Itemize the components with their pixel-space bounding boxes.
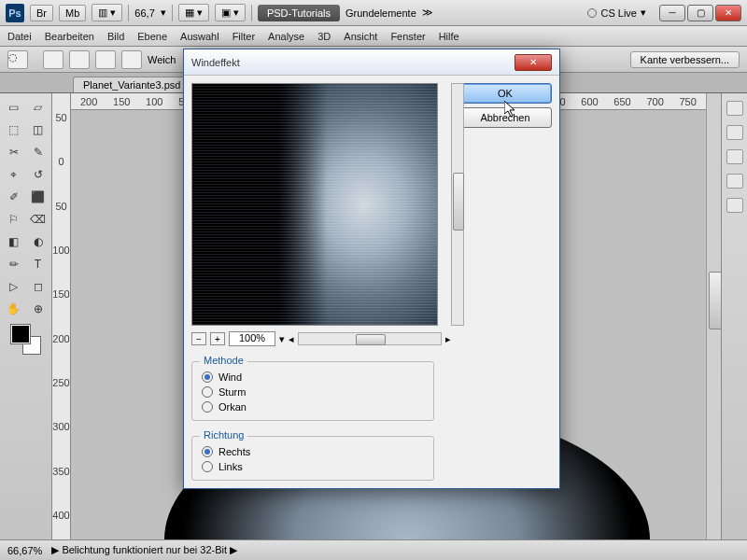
minimize-button[interactable]: ─	[659, 5, 685, 21]
selection-intersect[interactable]	[121, 50, 142, 69]
menu-ansicht[interactable]: Ansicht	[344, 31, 377, 42]
tool-shape[interactable]: ◻	[27, 276, 49, 297]
canvas-scrollbar-vertical[interactable]	[706, 93, 721, 539]
panel-icon-5[interactable]	[726, 198, 743, 213]
tool-eyedropper[interactable]: ✎	[27, 142, 49, 162]
menu-auswahl[interactable]: Auswahl	[180, 31, 219, 42]
status-zoom[interactable]: 66,67%	[7, 545, 42, 556]
cs-live-icon	[587, 8, 597, 18]
zoom-in-button[interactable]: +	[210, 332, 225, 345]
minibridge-button[interactable]: Mb	[59, 5, 86, 21]
tool-gradient[interactable]: ⌫	[27, 209, 49, 230]
menu-datei[interactable]: Datei	[7, 31, 32, 42]
tools-panel: ▭ ▱ ⬚ ◫ ✂ ✎ ⌖ ↺ ✐ ⬛ ⚐ ⌫ ◧ ◐ ✏ T ▷ ◻ ✋ ⊕	[0, 93, 52, 539]
status-message: ▶ Belichtung funktioniert nur bei 32-Bit…	[51, 544, 237, 556]
tool-hand[interactable]: ✋	[3, 299, 25, 319]
tool-eraser[interactable]: ⚐	[3, 209, 25, 230]
panel-icon-1[interactable]	[726, 101, 743, 116]
menu-hilfe[interactable]: Hilfe	[439, 31, 459, 42]
foreground-color[interactable]	[11, 325, 30, 343]
tool-crop[interactable]: ✂	[3, 142, 25, 162]
radio-sturm[interactable]: Sturm	[202, 385, 424, 399]
radio-icon	[202, 446, 213, 457]
workspace-tab-grundelemente[interactable]: Grundelemente	[345, 7, 416, 19]
tool-stamp[interactable]: ✐	[3, 187, 25, 207]
refine-edge-button[interactable]: Kante verbessern...	[630, 51, 740, 68]
panel-icon-4[interactable]	[726, 174, 743, 189]
menu-bearbeiten[interactable]: Bearbeiten	[45, 31, 94, 42]
direction-group: Richtung Rechts Links	[191, 436, 434, 481]
zoom-out-button[interactable]: −	[191, 332, 206, 345]
bridge-button[interactable]: Br	[30, 5, 53, 21]
separator	[172, 5, 173, 21]
cursor-icon	[504, 101, 517, 118]
selection-subtract[interactable]	[95, 50, 116, 69]
tool-pen[interactable]: ✏	[3, 254, 25, 274]
layout-dropdown[interactable]: ▥ ▾	[92, 4, 122, 21]
feather-label: Weich	[148, 54, 176, 65]
menu-ebene[interactable]: Ebene	[137, 31, 167, 42]
dialog-titlebar[interactable]: Windeffekt ✕	[184, 49, 559, 76]
radio-rechts[interactable]: Rechts	[202, 444, 424, 459]
close-button[interactable]: ✕	[715, 5, 741, 21]
radio-icon	[202, 386, 213, 398]
radio-icon	[202, 371, 213, 383]
separator	[128, 5, 129, 21]
app-bar: Ps Br Mb ▥ ▾ 66,7▾ ▦ ▾ ▣ ▾ PSD-Tutorials…	[0, 0, 747, 26]
menu-bild[interactable]: Bild	[107, 31, 124, 42]
selection-add[interactable]	[69, 50, 90, 69]
window-controls: ─ ▢ ✕	[659, 5, 741, 21]
radio-icon	[202, 401, 213, 413]
menu-filter[interactable]: Filter	[233, 31, 255, 42]
color-swatches[interactable]	[11, 325, 41, 355]
dialog-body: − + 100% ▾ ◂ ▸ Methode Wind Sturm Orkan …	[184, 76, 559, 488]
tool-zoom[interactable]: ⊕	[27, 299, 49, 319]
arrange-button[interactable]: ▦ ▾	[178, 4, 209, 21]
preview-streaks	[192, 84, 437, 325]
menu-3d[interactable]: 3D	[317, 31, 331, 42]
filter-preview[interactable]	[191, 83, 438, 326]
tool-blur[interactable]: ◧	[3, 231, 25, 252]
tool-move[interactable]: ▱	[27, 97, 49, 118]
tool-path[interactable]: ▷	[3, 276, 25, 297]
tool-history-brush[interactable]: ⬛	[27, 187, 49, 207]
dialog-title: Windeffekt	[191, 57, 240, 68]
menu-bar: Datei Bearbeiten Bild Ebene Auswahl Filt…	[0, 26, 747, 47]
screen-mode-button[interactable]: ▣ ▾	[215, 4, 246, 21]
workspace-more[interactable]: ≫	[422, 7, 433, 19]
document-tab[interactable]: Planet_Variante3.psd	[73, 77, 190, 92]
radio-icon	[202, 461, 213, 472]
zoom-value[interactable]: 100%	[229, 331, 275, 346]
maximize-button[interactable]: ▢	[687, 5, 713, 21]
panel-icon-2[interactable]	[726, 125, 743, 140]
selection-new[interactable]	[43, 50, 63, 69]
tool-quickselect[interactable]: ◫	[27, 119, 49, 140]
tool-heal[interactable]: ⌖	[3, 164, 25, 185]
scroll-right-icon[interactable]: ▸	[445, 333, 451, 345]
workspace-tab-tutorials[interactable]: PSD-Tutorials	[258, 5, 340, 21]
tool-brush[interactable]: ↺	[27, 164, 49, 185]
tool-type[interactable]: T	[27, 254, 49, 274]
separator	[251, 5, 252, 21]
tool-dodge[interactable]: ◐	[27, 231, 49, 252]
radio-wind[interactable]: Wind	[202, 370, 424, 385]
radio-links[interactable]: Links	[202, 459, 424, 474]
menu-fenster[interactable]: Fenster	[390, 31, 425, 42]
tool-marquee[interactable]: ▭	[3, 97, 25, 118]
ruler-vertical: 50050100150200250300350400	[52, 93, 71, 539]
method-group: Methode Wind Sturm Orkan	[191, 361, 434, 421]
menu-analyse[interactable]: Analyse	[268, 31, 304, 42]
header-zoom[interactable]: 66,7	[134, 7, 154, 19]
cs-live[interactable]: CS Live▾	[587, 7, 646, 19]
panel-icon-3[interactable]	[726, 149, 743, 164]
preview-zoom-controls: − + 100% ▾ ◂ ▸	[191, 331, 451, 346]
zoom-dropdown-icon[interactable]: ▾	[279, 333, 285, 345]
radio-orkan[interactable]: Orkan	[202, 399, 424, 414]
method-title: Methode	[200, 355, 247, 366]
tool-preset-icon[interactable]: ◌	[7, 50, 28, 69]
tool-lasso[interactable]: ⬚	[3, 119, 25, 140]
scroll-left-icon[interactable]: ◂	[289, 333, 294, 345]
dialog-close-button[interactable]: ✕	[514, 54, 552, 71]
preview-scrollbar-horizontal[interactable]	[298, 332, 442, 345]
preview-scrollbar-vertical[interactable]	[451, 83, 464, 326]
